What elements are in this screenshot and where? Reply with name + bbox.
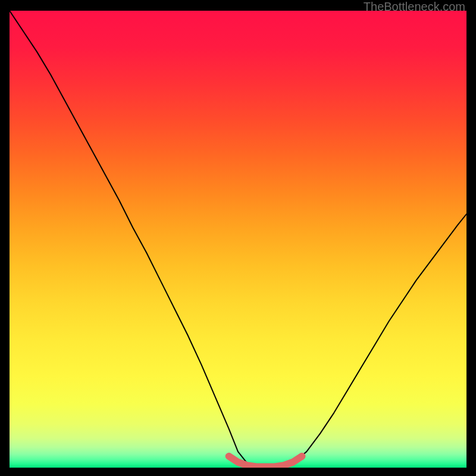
watermark-text: TheBottleneck.com bbox=[364, 0, 465, 14]
plot-area bbox=[10, 11, 466, 468]
chart-frame: TheBottleneck.com bbox=[0, 0, 476, 476]
gradient-background bbox=[10, 11, 466, 468]
chart-svg bbox=[10, 11, 466, 468]
